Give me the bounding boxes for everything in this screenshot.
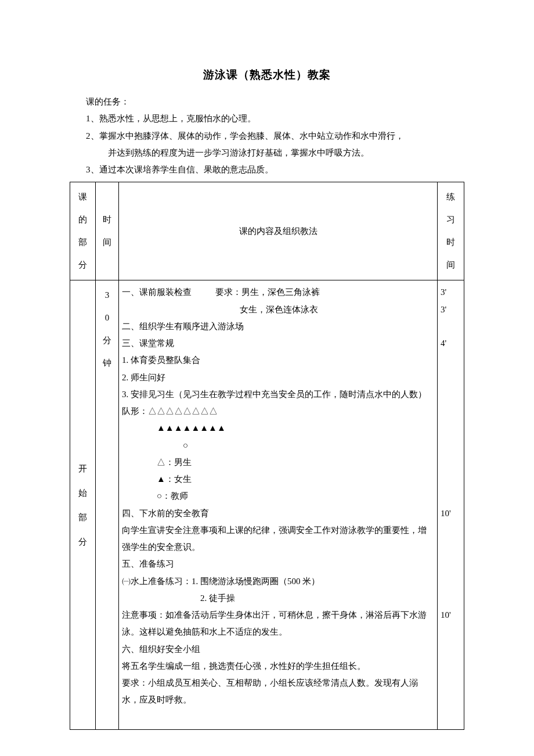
practice-5: 10' [441, 607, 461, 624]
formation-label: 队形：△△△△△△△△ [122, 403, 434, 420]
formation-row3: ○ [122, 437, 434, 454]
line-3-3: 3. 安排见习生（见习生在教学过程中充当安全员的工作，随时清点水中的人数） [122, 386, 434, 403]
line-5: 五、准备练习 [122, 556, 434, 573]
practice-2: 3' [441, 301, 461, 318]
line-6: 六、组织好安全小组 [122, 641, 434, 658]
part-label: 开始部分 [70, 280, 96, 730]
line-5-2: 2. 徒手操 [122, 590, 434, 607]
practice-4: 10' [441, 505, 461, 522]
line-1: 一、课前服装检查 要求：男生，深色三角泳裤 [122, 284, 434, 301]
legend-a: △：男生 [122, 454, 434, 471]
line-6-1: 将五名学生编成一组，挑选责任心强，水性好的学生担任组长。 [122, 658, 434, 675]
hdr-part: 课的部分 [70, 182, 96, 280]
line-2: 二、组织学生有顺序进入游泳场 [122, 318, 434, 335]
task-3: 3、通过本次课培养学生自信、果敢的意志品质。 [86, 161, 464, 178]
practice-cell: 3' 3' 4' 10' 10' [438, 280, 464, 730]
table-row: 开始部分 30分钟 一、课前服装检查 要求：男生，深色三角泳裤 女生，深色连体泳… [70, 280, 464, 730]
note: 注意事项：如准备活动后学生身体出汗，可稍休息，擦干身体，淋浴后再下水游泳。这样以… [122, 607, 434, 641]
line-3-1: 1. 体育委员整队集合 [122, 352, 434, 369]
tasks-label: 课的任务： [86, 93, 464, 110]
formation-row2: ▲▲▲▲▲▲▲▲ [122, 420, 434, 437]
content-cell: 一、课前服装检查 要求：男生，深色三角泳裤 女生，深色连体泳衣 二、组织学生有顺… [119, 280, 438, 730]
line-4-body: 向学生宣讲安全注意事项和上课的纪律，强调安全工作对游泳教学的重要性，增强学生的安… [122, 522, 434, 556]
legend-c: ○：教师 [122, 488, 434, 505]
hdr-practice: 练习时间 [438, 182, 464, 280]
hdr-time: 时间 [96, 182, 119, 280]
line-3: 三、课堂常规 [122, 335, 434, 352]
task-1: 1、熟悉水性，从思想上，克服怕水的心理。 [86, 110, 464, 127]
hdr-content: 课的内容及组织教法 [119, 182, 438, 280]
legend-b: ▲：女生 [122, 471, 434, 488]
practice-1: 3' [441, 284, 461, 301]
task-2: 2、掌握水中抱膝浮体、展体的动作，学会抱膝、展体、水中站立动作和水中滑行， [86, 128, 464, 145]
practice-3: 4' [441, 335, 461, 352]
lesson-plan-table: 课的部分 时间 课的内容及组织教法 练习时间 开始部分 30分钟 一、课前服装检… [70, 182, 464, 730]
line-4: 四、下水前的安全教育 [122, 505, 434, 522]
line-3-2: 2. 师生问好 [122, 369, 434, 386]
line-5-1: ㈠水上准备练习：1. 围绕游泳场慢跑两圈（500 米） [122, 573, 434, 590]
line-6-2: 要求：小组成员互相关心、互相帮助，小组长应该经常清点人数。发现有人溺水，应及时呼… [122, 675, 434, 709]
line-1c: 女生，深色连体泳衣 [122, 301, 434, 318]
line-1a: 一、课前服装检查 [122, 284, 214, 301]
line-1b: 要求：男生，深色三角泳裤 [215, 287, 320, 297]
table-header-row: 课的部分 时间 课的内容及组织教法 练习时间 [70, 182, 464, 280]
task-2-cont: 并达到熟练的程度为进一步学习游泳打好基础，掌握水中呼吸方法。 [86, 145, 464, 161]
document-title: 游泳课（熟悉水性）教案 [70, 64, 464, 85]
tasks-block: 课的任务： 1、熟悉水性，从思想上，克服怕水的心理。 2、掌握水中抱膝浮体、展体… [86, 93, 464, 178]
page: 游泳课（熟悉水性）教案 课的任务： 1、熟悉水性，从思想上，克服怕水的心理。 2… [0, 0, 534, 756]
time-label: 30分钟 [96, 280, 119, 730]
